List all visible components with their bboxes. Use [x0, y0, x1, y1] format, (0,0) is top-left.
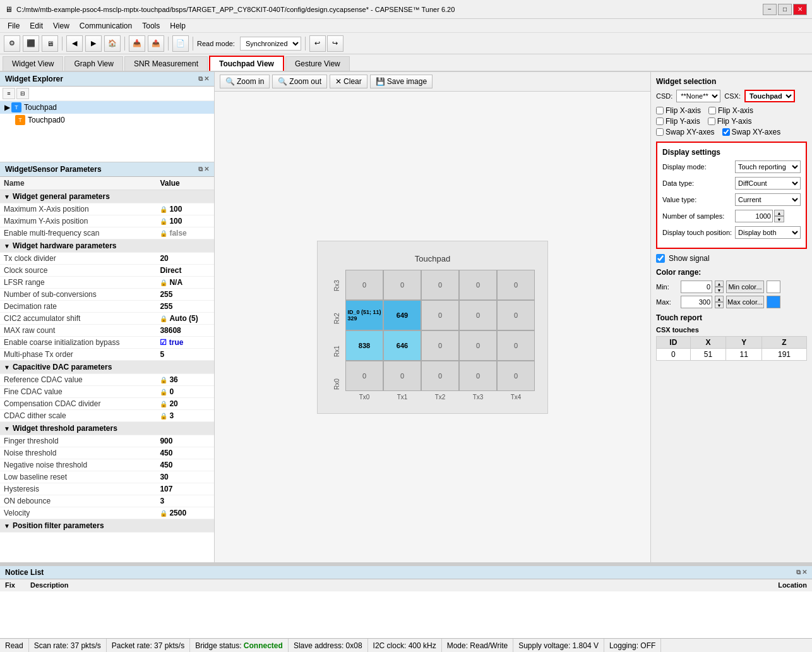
tab-bar: Widget View Graph View SNR Measurement T… [0, 54, 812, 72]
data-type-select[interactable]: DiffCount RawCount [735, 177, 801, 190]
notice-float-icon[interactable]: ⧉ [796, 569, 801, 576]
display-settings-title: Display settings [662, 148, 801, 157]
num-samples-down[interactable]: ▼ [774, 216, 784, 222]
grid-row-1: 838 646 0 0 0 [345, 330, 535, 361]
menu-view[interactable]: View [48, 20, 75, 32]
swap-xy-csx-label: Swap XY-axes [732, 128, 781, 136]
min-down-btn[interactable]: ▼ [715, 287, 724, 293]
max-color-btn[interactable]: Max color... [726, 296, 764, 308]
value-type-row: Value type: Current Previous [662, 193, 801, 206]
csd-csx-row: CSD: **None** CSX: Touchpad [656, 90, 807, 102]
refresh-button[interactable]: ⚙ [4, 35, 20, 52]
read-mode-select[interactable]: Synchronized Continuous [240, 37, 301, 51]
grid-area: 0 0 0 0 0 ID_0 (51; 11)329 649 0 [345, 270, 535, 401]
tab-widget-view[interactable]: Widget View [3, 56, 63, 71]
close-button[interactable]: ✕ [793, 4, 807, 15]
max-color-swatch[interactable] [767, 296, 780, 308]
menu-tools[interactable]: Tools [137, 20, 165, 32]
display-touch-pos-label: Display touch position: [662, 229, 735, 236]
stop-button[interactable]: ⬛ [23, 35, 39, 52]
zoom-out-button[interactable]: 🔍 Zoom out [272, 75, 327, 88]
touch-col-z: Z [762, 337, 807, 349]
widget-explorer-title: Widget Explorer [5, 75, 63, 83]
show-signal-checkbox[interactable] [656, 254, 665, 263]
min-color-swatch[interactable] [767, 281, 780, 293]
color-range-section: Color range: Min: ▲ ▼ Min color... Max: … [656, 268, 807, 308]
status-bridge: Bridge status: Connected [190, 639, 289, 652]
tab-graph-view[interactable]: Graph View [64, 56, 122, 71]
tab-gesture-view[interactable]: Gesture View [285, 56, 350, 71]
num-samples-input[interactable] [735, 210, 773, 222]
redo-button[interactable]: ↪ [327, 35, 343, 52]
row-hysteresis: Hysteresis 107 [0, 483, 214, 495]
tree-item-touchpad[interactable]: ▶ T Touchpad [0, 101, 214, 114]
param-name-clock-source: Clock source [0, 265, 156, 277]
we-expand-btn[interactable]: ≡ [3, 88, 15, 99]
undo-button[interactable]: ↩ [309, 35, 326, 52]
import-button[interactable]: 📥 [129, 35, 145, 52]
flip-x-csx-item: Flip X-axis [708, 106, 753, 115]
num-samples-up[interactable]: ▲ [774, 210, 784, 216]
tab-snr-measurement[interactable]: SNR Measurement [124, 56, 208, 71]
max-value-input[interactable] [681, 296, 712, 308]
document-button[interactable]: 📄 [172, 35, 189, 52]
row-lfsr: LFSR range 🔒N/A [0, 277, 214, 289]
display-mode-select[interactable]: Touch reporting Signal Raw count [735, 160, 801, 173]
swap-xy-csd-checkbox[interactable] [656, 128, 664, 136]
row-cic2: CIC2 accumulator shift 🔒Auto (5) [0, 313, 214, 325]
row-max-y: Maximum Y-Axis position 🔒100 [0, 215, 214, 227]
zoom-in-button[interactable]: 🔍 Zoom in [220, 75, 270, 88]
value-type-select[interactable]: Current Previous [735, 193, 801, 206]
save-image-button[interactable]: 💾 Save image [370, 75, 433, 88]
tree-item-touchpad0[interactable]: T Touchpad0 [0, 114, 214, 126]
grid-row-2: ID_0 (51; 11)329 649 0 0 0 [345, 300, 535, 330]
we-collapse-btn[interactable]: ⊟ [16, 88, 29, 99]
cell-3-1: 0 [383, 270, 421, 300]
num-samples-row: Number of samples: ▲ ▼ [662, 210, 801, 222]
notice-col-desc: Description [30, 581, 756, 589]
menu-edit[interactable]: Edit [25, 20, 48, 32]
min-value-input[interactable] [681, 281, 712, 293]
display-touch-pos-select[interactable]: Display both Reported only None [735, 226, 801, 239]
min-color-btn[interactable]: Min color... [726, 281, 764, 293]
params-float-icon[interactable]: ⧉ [198, 166, 203, 173]
param-val-decimation: 255 [156, 301, 214, 313]
col-name: Name [0, 177, 156, 190]
minimize-button[interactable]: − [763, 4, 777, 15]
menu-help[interactable]: Help [165, 20, 191, 32]
export-button[interactable]: 📤 [148, 35, 164, 52]
params-close-icon[interactable]: ✕ [204, 166, 209, 173]
swap-xy-csx-checkbox[interactable] [722, 128, 730, 136]
csd-select[interactable]: **None** [676, 90, 720, 102]
csx-select[interactable]: Touchpad [744, 90, 795, 102]
menu-file[interactable]: File [3, 20, 25, 32]
min-up-btn[interactable]: ▲ [715, 281, 724, 287]
params-panel: Name Value ▼Widget general parameters Ma… [0, 177, 214, 562]
max-up-btn[interactable]: ▲ [715, 296, 724, 302]
flip-x-csx-checkbox[interactable] [708, 107, 716, 114]
display-settings: Display settings Display mode: Touch rep… [656, 142, 807, 249]
flip-x-csd-checkbox[interactable] [656, 107, 664, 114]
max-down-btn[interactable]: ▼ [715, 302, 724, 308]
touchpad0-icon: T [15, 115, 25, 125]
cell-2-3: 0 [459, 300, 497, 330]
param-name-hysteresis: Hysteresis [0, 483, 156, 495]
home-button[interactable]: 🏠 [104, 35, 121, 52]
maximize-button[interactable]: □ [778, 4, 792, 15]
forward-button[interactable]: ▶ [85, 35, 102, 52]
close-panel-icon[interactable]: ✕ [204, 75, 209, 83]
clear-button[interactable]: ✕ Clear [330, 75, 367, 88]
tree-toggle-touchpad[interactable]: ▶ [3, 103, 11, 112]
monitor-button[interactable]: 🖥 [42, 35, 58, 52]
color-range-title: Color range: [656, 268, 807, 277]
menu-communication[interactable]: Communication [75, 20, 137, 32]
float-icon[interactable]: ⧉ [198, 75, 203, 83]
back-button[interactable]: ◀ [66, 35, 83, 52]
flip-y-csx-checkbox[interactable] [708, 118, 715, 125]
param-val-neg-noise: 450 [156, 459, 214, 471]
notice-close-icon[interactable]: ✕ [802, 569, 807, 576]
tab-touchpad-view[interactable]: Touchpad View [209, 56, 284, 71]
flip-y-csd-item: Flip Y-axis [656, 117, 700, 126]
toolbar-sep3 [168, 37, 169, 51]
flip-y-csd-checkbox[interactable] [656, 118, 664, 125]
